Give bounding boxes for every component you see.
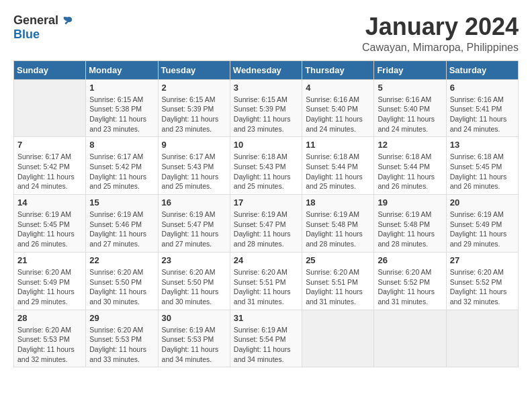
day-number: 11	[306, 140, 370, 150]
day-detail: Sunrise: 6:15 AMSunset: 5:39 PMDaylight:…	[162, 95, 226, 134]
calendar-header-row: SundayMondayTuesdayWednesdayThursdayFrid…	[14, 60, 519, 79]
calendar-cell: 5Sunrise: 6:16 AMSunset: 5:40 PMDaylight…	[374, 79, 446, 137]
day-number: 28	[17, 313, 82, 323]
day-detail: Sunrise: 6:16 AMSunset: 5:40 PMDaylight:…	[378, 95, 442, 134]
day-detail: Sunrise: 6:19 AMSunset: 5:49 PMDaylight:…	[450, 210, 515, 249]
day-detail: Sunrise: 6:19 AMSunset: 5:48 PMDaylight:…	[378, 210, 442, 249]
day-detail: Sunrise: 6:18 AMSunset: 5:43 PMDaylight:…	[234, 152, 298, 191]
calendar-cell: 22Sunrise: 6:20 AMSunset: 5:50 PMDayligh…	[86, 252, 158, 310]
day-number: 21	[17, 255, 82, 265]
day-number: 22	[89, 255, 154, 265]
day-detail: Sunrise: 6:20 AMSunset: 5:53 PMDaylight:…	[89, 325, 154, 365]
day-header-sunday: Sunday	[14, 60, 86, 79]
main-title: January 2024	[362, 13, 519, 40]
day-detail: Sunrise: 6:19 AMSunset: 5:47 PMDaylight:…	[162, 210, 226, 249]
day-number: 7	[17, 140, 82, 150]
calendar-cell: 2Sunrise: 6:15 AMSunset: 5:39 PMDaylight…	[158, 79, 230, 137]
day-detail: Sunrise: 6:19 AMSunset: 5:48 PMDaylight:…	[306, 210, 370, 249]
day-number: 1	[89, 83, 154, 93]
day-detail: Sunrise: 6:19 AMSunset: 5:47 PMDaylight:…	[234, 210, 298, 249]
calendar-cell: 24Sunrise: 6:20 AMSunset: 5:51 PMDayligh…	[230, 252, 302, 310]
day-detail: Sunrise: 6:19 AMSunset: 5:54 PMDaylight:…	[234, 325, 298, 365]
calendar-cell: 19Sunrise: 6:19 AMSunset: 5:48 PMDayligh…	[374, 195, 446, 253]
calendar-cell: 11Sunrise: 6:18 AMSunset: 5:44 PMDayligh…	[302, 137, 374, 195]
calendar-cell: 10Sunrise: 6:18 AMSunset: 5:43 PMDayligh…	[230, 137, 302, 195]
logo: General Blue	[13, 13, 73, 42]
calendar-cell: 4Sunrise: 6:16 AMSunset: 5:40 PMDaylight…	[302, 79, 374, 137]
day-detail: Sunrise: 6:20 AMSunset: 5:50 PMDaylight:…	[89, 267, 154, 307]
day-number: 18	[306, 197, 370, 208]
day-detail: Sunrise: 6:20 AMSunset: 5:53 PMDaylight:…	[17, 325, 82, 365]
day-detail: Sunrise: 6:18 AMSunset: 5:44 PMDaylight:…	[378, 152, 442, 191]
day-detail: Sunrise: 6:18 AMSunset: 5:45 PMDaylight:…	[450, 152, 515, 191]
day-number: 15	[89, 197, 154, 208]
calendar-week-row: 7Sunrise: 6:17 AMSunset: 5:42 PMDaylight…	[14, 137, 519, 195]
day-detail: Sunrise: 6:20 AMSunset: 5:49 PMDaylight:…	[17, 267, 82, 307]
day-detail: Sunrise: 6:20 AMSunset: 5:51 PMDaylight:…	[306, 267, 370, 307]
day-number: 27	[450, 255, 515, 265]
calendar-cell: 26Sunrise: 6:20 AMSunset: 5:52 PMDayligh…	[374, 252, 446, 310]
day-detail: Sunrise: 6:20 AMSunset: 5:51 PMDaylight:…	[234, 267, 298, 307]
day-number: 10	[234, 140, 298, 150]
subtitle: Cawayan, Mimaropa, Philippines	[362, 42, 519, 54]
calendar-cell: 14Sunrise: 6:19 AMSunset: 5:45 PMDayligh…	[14, 195, 86, 253]
calendar-cell: 31Sunrise: 6:19 AMSunset: 5:54 PMDayligh…	[230, 310, 302, 367]
calendar-week-row: 14Sunrise: 6:19 AMSunset: 5:45 PMDayligh…	[14, 195, 519, 253]
calendar-cell: 16Sunrise: 6:19 AMSunset: 5:47 PMDayligh…	[158, 195, 230, 253]
day-detail: Sunrise: 6:15 AMSunset: 5:38 PMDaylight:…	[89, 95, 154, 134]
calendar-cell	[14, 79, 86, 137]
day-number: 26	[378, 255, 442, 265]
day-header-saturday: Saturday	[446, 60, 518, 79]
calendar-week-row: 28Sunrise: 6:20 AMSunset: 5:53 PMDayligh…	[14, 310, 519, 367]
day-number: 16	[162, 197, 226, 208]
day-header-wednesday: Wednesday	[230, 60, 302, 79]
calendar-cell: 30Sunrise: 6:19 AMSunset: 5:53 PMDayligh…	[158, 310, 230, 367]
day-number: 24	[234, 255, 298, 265]
day-detail: Sunrise: 6:17 AMSunset: 5:43 PMDaylight:…	[162, 152, 226, 191]
day-number: 29	[89, 313, 154, 323]
calendar-cell: 28Sunrise: 6:20 AMSunset: 5:53 PMDayligh…	[14, 310, 86, 367]
day-detail: Sunrise: 6:18 AMSunset: 5:44 PMDaylight:…	[306, 152, 370, 191]
day-number: 30	[162, 313, 226, 323]
calendar-cell: 18Sunrise: 6:19 AMSunset: 5:48 PMDayligh…	[302, 195, 374, 253]
day-header-thursday: Thursday	[302, 60, 374, 79]
day-number: 6	[450, 83, 515, 93]
calendar-cell: 23Sunrise: 6:20 AMSunset: 5:50 PMDayligh…	[158, 252, 230, 310]
day-number: 8	[89, 140, 154, 150]
day-detail: Sunrise: 6:20 AMSunset: 5:50 PMDaylight:…	[162, 267, 226, 307]
day-number: 31	[234, 313, 298, 323]
calendar-cell: 25Sunrise: 6:20 AMSunset: 5:51 PMDayligh…	[302, 252, 374, 310]
calendar-cell	[374, 310, 446, 367]
day-number: 4	[306, 83, 370, 93]
day-detail: Sunrise: 6:15 AMSunset: 5:39 PMDaylight:…	[234, 95, 298, 134]
day-number: 5	[378, 83, 442, 93]
calendar-cell: 15Sunrise: 6:19 AMSunset: 5:46 PMDayligh…	[86, 195, 158, 253]
day-detail: Sunrise: 6:20 AMSunset: 5:52 PMDaylight:…	[450, 267, 515, 307]
calendar-cell	[446, 310, 518, 367]
day-number: 17	[234, 197, 298, 208]
calendar-cell: 12Sunrise: 6:18 AMSunset: 5:44 PMDayligh…	[374, 137, 446, 195]
day-number: 2	[162, 83, 226, 93]
day-number: 25	[306, 255, 370, 265]
day-number: 19	[378, 197, 442, 208]
day-detail: Sunrise: 6:19 AMSunset: 5:46 PMDaylight:…	[89, 210, 154, 249]
calendar-table: SundayMondayTuesdayWednesdayThursdayFrid…	[13, 60, 519, 368]
calendar-week-row: 1Sunrise: 6:15 AMSunset: 5:38 PMDaylight…	[14, 79, 519, 137]
day-header-tuesday: Tuesday	[158, 60, 230, 79]
calendar-cell: 6Sunrise: 6:16 AMSunset: 5:41 PMDaylight…	[446, 79, 518, 137]
day-number: 12	[378, 140, 442, 150]
day-number: 13	[450, 140, 515, 150]
calendar-cell	[302, 310, 374, 367]
calendar-cell: 20Sunrise: 6:19 AMSunset: 5:49 PMDayligh…	[446, 195, 518, 253]
day-detail: Sunrise: 6:17 AMSunset: 5:42 PMDaylight:…	[17, 152, 82, 191]
day-header-monday: Monday	[86, 60, 158, 79]
day-detail: Sunrise: 6:16 AMSunset: 5:41 PMDaylight:…	[450, 95, 515, 134]
day-number: 14	[17, 197, 82, 208]
day-number: 9	[162, 140, 226, 150]
logo-general-text: General	[13, 13, 58, 28]
calendar-cell: 9Sunrise: 6:17 AMSunset: 5:43 PMDaylight…	[158, 137, 230, 195]
logo-blue-text: Blue	[13, 28, 40, 41]
day-detail: Sunrise: 6:16 AMSunset: 5:40 PMDaylight:…	[306, 95, 370, 134]
calendar-cell: 8Sunrise: 6:17 AMSunset: 5:42 PMDaylight…	[86, 137, 158, 195]
day-detail: Sunrise: 6:19 AMSunset: 5:45 PMDaylight:…	[17, 210, 82, 249]
